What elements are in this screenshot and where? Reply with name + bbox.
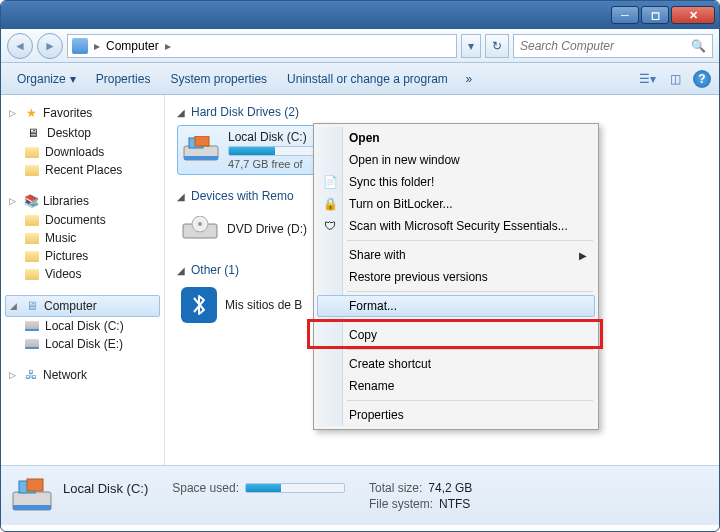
- sidebar-item-music[interactable]: Music: [5, 229, 160, 247]
- dvd-drive-icon: [181, 213, 219, 245]
- ctx-separator: [347, 240, 593, 241]
- tree-favorites: ▷ ★ Favorites 🖥Desktop Downloads Recent …: [5, 103, 160, 179]
- navbar: ◄ ► ▸ Computer ▸ ▾ ↻ 🔍: [1, 29, 719, 63]
- ctx-scan[interactable]: 🛡Scan with Microsoft Security Essentials…: [317, 215, 595, 237]
- sidebar-item-videos[interactable]: Videos: [5, 265, 160, 283]
- submenu-arrow-icon: ▶: [579, 250, 587, 261]
- ctx-restore-versions[interactable]: Restore previous versions: [317, 266, 595, 288]
- ctx-open[interactable]: Open: [317, 127, 595, 149]
- sidebar-label: Network: [43, 368, 87, 382]
- sidebar: ▷ ★ Favorites 🖥Desktop Downloads Recent …: [1, 95, 165, 465]
- bitlocker-icon: 🔒: [322, 196, 338, 212]
- search-input[interactable]: [520, 39, 680, 53]
- sidebar-item-downloads[interactable]: Downloads: [5, 143, 160, 161]
- sidebar-favorites-header[interactable]: ▷ ★ Favorites: [5, 103, 160, 123]
- folder-icon: [25, 165, 39, 176]
- sidebar-computer-header[interactable]: ◢ 🖥 Computer: [5, 295, 160, 317]
- ctx-open-new-window[interactable]: Open in new window: [317, 149, 595, 171]
- titlebar: ─ ◻ ✕: [1, 1, 719, 29]
- tree-item-label: Videos: [45, 267, 81, 281]
- address-history-button[interactable]: ▾: [461, 34, 481, 58]
- chevron-down-icon: ▾: [70, 72, 76, 86]
- sidebar-item-local-e[interactable]: Local Disk (E:): [5, 335, 160, 353]
- sidebar-label: Favorites: [43, 106, 92, 120]
- svg-rect-1: [184, 156, 218, 160]
- computer-icon: [72, 38, 88, 54]
- network-icon: 🖧: [23, 367, 39, 383]
- svg-rect-3: [195, 136, 209, 146]
- libraries-icon: 📚: [23, 193, 39, 209]
- expand-icon: ▷: [9, 196, 19, 206]
- minimize-button[interactable]: ─: [611, 6, 639, 24]
- sidebar-label: Computer: [44, 299, 97, 313]
- ctx-properties[interactable]: Properties: [317, 404, 595, 426]
- folder-icon: [25, 251, 39, 262]
- collapse-icon: ◢: [177, 265, 185, 276]
- expand-icon: ▷: [9, 108, 19, 118]
- ctx-separator: [347, 400, 593, 401]
- tree-libraries: ▷ 📚 Libraries Documents Music Pictures V…: [5, 191, 160, 283]
- folder-icon: [25, 215, 39, 226]
- computer-icon: 🖥: [24, 298, 40, 314]
- ctx-bitlocker[interactable]: 🔒Turn on BitLocker...: [317, 193, 595, 215]
- search-icon[interactable]: 🔍: [691, 39, 706, 53]
- tree-computer: ◢ 🖥 Computer Local Disk (C:) Local Disk …: [5, 295, 160, 353]
- status-value: 74,2 GB: [428, 481, 472, 495]
- explorer-window: ─ ◻ ✕ ◄ ► ▸ Computer ▸ ▾ ↻ 🔍 Organize ▾ …: [0, 0, 720, 532]
- system-properties-button[interactable]: System properties: [162, 68, 275, 90]
- tree-item-label: Local Disk (E:): [45, 337, 123, 351]
- ctx-create-shortcut[interactable]: Create shortcut: [317, 353, 595, 375]
- status-value: NTFS: [439, 497, 470, 511]
- sidebar-item-desktop[interactable]: 🖥Desktop: [5, 123, 160, 143]
- sidebar-item-local-c[interactable]: Local Disk (C:): [5, 317, 160, 335]
- expand-icon: ▷: [9, 370, 19, 380]
- organize-button[interactable]: Organize ▾: [9, 68, 84, 90]
- sync-icon: 📄: [322, 174, 338, 190]
- ctx-rename[interactable]: Rename: [317, 375, 595, 397]
- folder-icon: [25, 147, 39, 158]
- ctx-copy[interactable]: Copy: [317, 324, 595, 346]
- status-label: Total size:: [369, 481, 422, 495]
- tree-item-label: Downloads: [45, 145, 104, 159]
- tree-item-label: Pictures: [45, 249, 88, 263]
- uninstall-button[interactable]: Uninstall or change a program: [279, 68, 456, 90]
- window-controls: ─ ◻ ✕: [611, 6, 715, 24]
- tree-item-label: Music: [45, 231, 76, 245]
- properties-button[interactable]: Properties: [88, 68, 159, 90]
- back-button[interactable]: ◄: [7, 33, 33, 59]
- help-button[interactable]: ?: [693, 70, 711, 88]
- forward-button[interactable]: ►: [37, 33, 63, 59]
- sidebar-item-recent[interactable]: Recent Places: [5, 161, 160, 179]
- drive-icon: [182, 134, 220, 166]
- close-button[interactable]: ✕: [671, 6, 715, 24]
- refresh-button[interactable]: ↻: [485, 34, 509, 58]
- ctx-sync-folder[interactable]: 📄Sync this folder!: [317, 171, 595, 193]
- tree-network: ▷ 🖧 Network: [5, 365, 160, 385]
- collapse-icon: ◢: [177, 107, 185, 118]
- drive-icon: [11, 478, 53, 514]
- ctx-share-with[interactable]: Share with▶: [317, 244, 595, 266]
- search-box[interactable]: 🔍: [513, 34, 713, 58]
- sidebar-item-documents[interactable]: Documents: [5, 211, 160, 229]
- status-label: Space used:: [172, 481, 239, 495]
- breadcrumb-sep-icon: ▸: [165, 39, 171, 53]
- breadcrumb-location[interactable]: Computer: [106, 39, 159, 53]
- section-title: Hard Disk Drives (2): [191, 105, 299, 119]
- folder-icon: [25, 269, 39, 280]
- desktop-icon: 🖥: [25, 125, 41, 141]
- sidebar-libraries-header[interactable]: ▷ 📚 Libraries: [5, 191, 160, 211]
- preview-pane-button[interactable]: ◫: [665, 69, 685, 89]
- view-options-button[interactable]: ☰▾: [637, 69, 657, 89]
- toolbar-overflow-button[interactable]: »: [460, 70, 478, 88]
- sidebar-label: Libraries: [43, 194, 89, 208]
- maximize-button[interactable]: ◻: [641, 6, 669, 24]
- ctx-format[interactable]: Format...: [317, 295, 595, 317]
- context-menu: Open Open in new window 📄Sync this folde…: [313, 123, 599, 430]
- ctx-separator: [347, 320, 593, 321]
- sidebar-network-header[interactable]: ▷ 🖧 Network: [5, 365, 160, 385]
- svg-rect-10: [27, 479, 43, 491]
- collapse-icon: ◢: [177, 191, 185, 202]
- sidebar-item-pictures[interactable]: Pictures: [5, 247, 160, 265]
- section-hdd[interactable]: ◢ Hard Disk Drives (2): [177, 105, 707, 119]
- address-bar[interactable]: ▸ Computer ▸: [67, 34, 457, 58]
